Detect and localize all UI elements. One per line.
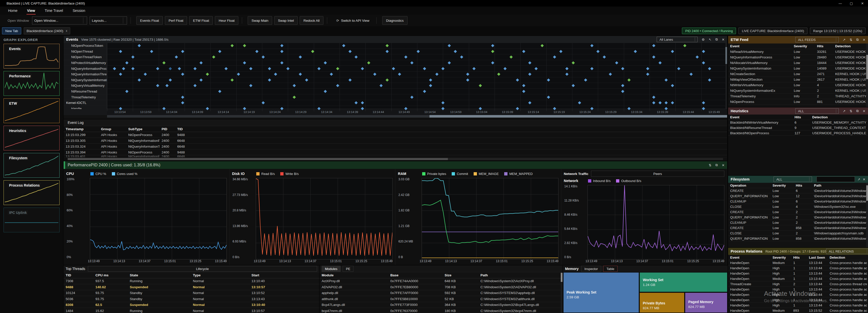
column-header[interactable]: CPU ms — [93, 273, 128, 277]
filesystem-search-input[interactable] — [816, 176, 855, 182]
event-marker-diamond[interactable] — [702, 107, 705, 110]
column-header[interactable]: Event — [728, 256, 771, 259]
event-marker-diamond[interactable] — [237, 73, 240, 76]
close-icon[interactable]: ✕ — [722, 38, 724, 41]
event-marker-diamond[interactable] — [584, 78, 587, 82]
event-lane-label[interactable]: NtQueryInformationProcess — [64, 66, 107, 71]
event-marker-diamond[interactable] — [615, 61, 618, 64]
event-marker-diamond[interactable] — [249, 84, 252, 87]
close-icon[interactable]: ✕ — [722, 163, 724, 167]
event-marker-diamond[interactable] — [317, 67, 321, 70]
event-marker-diamond[interactable] — [429, 78, 432, 82]
event-marker-diamond[interactable] — [708, 78, 711, 82]
event-lane-label[interactable]: NtOpenThread — [64, 49, 107, 54]
event-marker-diamond[interactable] — [528, 73, 531, 76]
event-marker-diamond[interactable] — [299, 56, 302, 59]
event-lane-label[interactable]: NtQuerySystemInformation — [64, 77, 107, 83]
event-marker-diamond[interactable] — [547, 95, 550, 99]
events-vertical-scrollbar[interactable] — [725, 43, 727, 109]
event-marker-diamond[interactable] — [565, 73, 569, 76]
event-marker-diamond[interactable] — [156, 84, 160, 87]
event-marker-diamond[interactable] — [230, 44, 234, 47]
lifecycle-tab[interactable]: Lifecycle — [88, 266, 317, 272]
event-marker-diamond[interactable] — [665, 78, 668, 82]
event-marker-diamond[interactable] — [224, 67, 228, 70]
layouts-select[interactable]: Layouts... — [90, 17, 127, 25]
column-header[interactable]: State — [128, 273, 191, 277]
event-marker-diamond[interactable] — [255, 50, 259, 53]
event-marker-diamond[interactable] — [268, 67, 271, 70]
process-relation-row[interactable]: HandleOpenMedium113:13:44Cross-process h… — [728, 276, 868, 281]
event-marker-diamond[interactable] — [503, 67, 507, 70]
event-marker-diamond[interactable] — [119, 73, 122, 76]
event-log-row[interactable]: 13:15:03.299API HooksNtOpenProcess240094… — [64, 132, 727, 138]
event-marker-diamond[interactable] — [404, 107, 407, 110]
swap-main-button[interactable]: Swap Main — [248, 16, 272, 25]
event-lane-label[interactable]: NtQueryInformationThread — [64, 72, 107, 77]
event-log-row[interactable]: 13:15:03.401API HooksNtQueryInformationP… — [64, 155, 727, 158]
event-marker-diamond[interactable] — [355, 101, 358, 105]
peers-tab[interactable]: Peers — [591, 171, 724, 177]
event-marker-diamond[interactable] — [534, 67, 538, 70]
event-marker-diamond[interactable] — [280, 107, 283, 110]
tab-blackbirdinterface[interactable]: BlackbirdInterface (2400) x — [24, 27, 70, 34]
etw-vertical-scrollbar[interactable] — [866, 44, 868, 107]
etw-row[interactable]: NtWriteVirtualMemoryLow4USERMODE HOOK — [728, 82, 868, 88]
event-marker-diamond[interactable] — [206, 73, 209, 76]
events-float-button[interactable]: Events Float — [136, 16, 163, 25]
event-marker-diamond[interactable] — [665, 107, 668, 110]
module-row[interactable]: Bcp47Langs.dll0x7FFE773F0000364 KBC:\Win… — [320, 302, 562, 308]
event-marker-diamond[interactable] — [181, 73, 184, 76]
filesystem-row[interactable]: CLOSELow4\Windows\System32\sc.exe — [728, 204, 868, 209]
event-log-row[interactable]: 13:15:03.324API HooksNtQueryInformationT… — [64, 144, 727, 149]
event-marker-diamond[interactable] — [373, 73, 376, 76]
event-marker-diamond[interactable] — [689, 73, 693, 76]
column-header[interactable]: Detection — [810, 115, 866, 119]
popout-icon[interactable]: ↗ — [858, 177, 860, 181]
filesystem-row[interactable]: QUERY_INFORMATIONLow12\Device\HarddiskVo… — [728, 193, 868, 199]
event-marker-diamond[interactable] — [398, 73, 401, 76]
minimize-icon[interactable]: — — [835, 1, 846, 5]
module-row[interactable]: atlthunk.dll0x7FFE5B81000052 KBC:\Window… — [320, 296, 562, 302]
event-marker-diamond[interactable] — [553, 56, 556, 59]
process-relation-row[interactable]: HandleOpenHigh113:13:44Cross-process han… — [728, 287, 868, 292]
close-icon[interactable]: ✕ — [857, 1, 868, 5]
event-marker-diamond[interactable] — [131, 67, 134, 70]
heuristic-row[interactable]: Blackbird/NtOpenProcess127USERMODE_PROCE… — [728, 131, 868, 136]
treemap-block-peak-working-set[interactable]: Peak Working Set 2.59 GB — [563, 272, 639, 313]
column-header[interactable]: Base — [388, 273, 442, 277]
event-marker-diamond[interactable] — [665, 101, 668, 105]
event-marker-diamond[interactable] — [652, 56, 655, 59]
event-marker-diamond[interactable] — [547, 78, 550, 82]
etw-row[interactable]: ThreadTelemetryInfo2THREAD_ACTIVITY — [728, 93, 868, 99]
filesystem-filter-select[interactable]: ALL — [774, 176, 812, 182]
column-header[interactable]: Detection — [833, 44, 866, 48]
event-marker-diamond[interactable] — [590, 67, 594, 70]
event-marker-diamond[interactable] — [243, 107, 246, 110]
event-marker-diamond[interactable] — [131, 56, 134, 59]
tab-modules[interactable]: Modules — [322, 266, 341, 272]
filesystem-vertical-scrollbar[interactable] — [866, 183, 868, 247]
close-icon[interactable]: ✕ — [863, 38, 866, 42]
filesystem-row[interactable]: QUERY_INFORMATIONLow2\Device\HarddiskVol… — [728, 215, 868, 220]
event-marker-diamond[interactable] — [392, 67, 395, 70]
event-marker-diamond[interactable] — [410, 95, 414, 99]
etw-row[interactable]: NtQueryInformationProcessLow28480USERMOD… — [728, 55, 868, 60]
event-marker-diamond[interactable] — [441, 67, 444, 70]
thread-row[interactable]: 830862.5SuspendedNormal13:10:40 — [64, 302, 319, 308]
event-marker-diamond[interactable] — [621, 67, 625, 70]
etw-row[interactable]: NtMapViewOfSectionLow2617KERNEL HOOK | U… — [728, 77, 868, 82]
scroll-thumb[interactable] — [430, 115, 727, 118]
event-marker-diamond[interactable] — [156, 67, 160, 70]
menu-view[interactable]: View — [27, 7, 36, 14]
column-header[interactable]: Severity — [792, 44, 815, 48]
event-marker-diamond[interactable] — [292, 84, 296, 87]
event-marker-diamond[interactable] — [652, 101, 655, 105]
column-header[interactable]: Severity — [771, 183, 794, 187]
scroll-thumb[interactable] — [561, 273, 562, 282]
event-marker-diamond[interactable] — [702, 101, 705, 105]
column-header[interactable]: Type — [191, 273, 249, 277]
event-marker-diamond[interactable] — [429, 84, 432, 87]
event-marker-diamond[interactable] — [125, 90, 128, 93]
thread-row[interactable]: 503693.75StandbyNormal13:13:43 — [64, 296, 319, 302]
